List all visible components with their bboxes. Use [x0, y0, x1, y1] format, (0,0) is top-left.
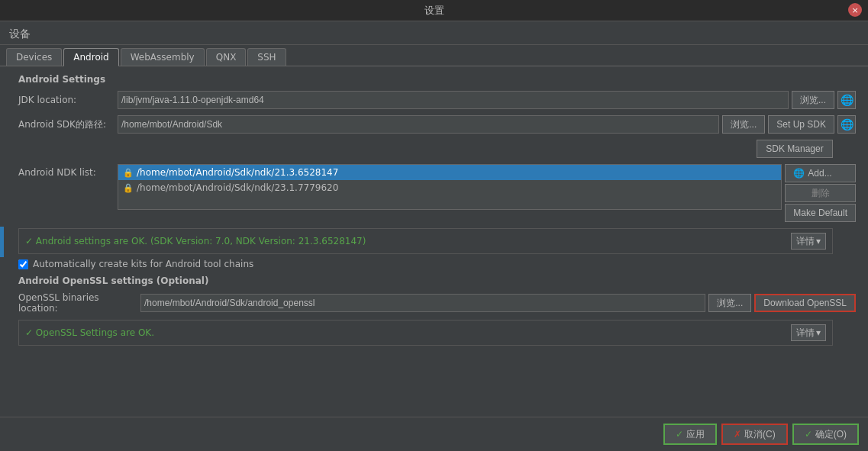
- ndk-add-button[interactable]: 🌐 Add...: [785, 164, 856, 182]
- ndk-add-globe-icon: 🌐: [793, 168, 805, 179]
- jdk-browse-button[interactable]: 浏览...: [792, 91, 834, 109]
- setup-sdk-button[interactable]: Set Up SDK: [768, 115, 834, 134]
- auto-create-checkbox[interactable]: [18, 259, 28, 269]
- ok-button[interactable]: ✓ 确定(O): [792, 424, 859, 445]
- openssl-row: OpenSSL binaries location: 浏览... Downloa…: [18, 292, 856, 314]
- openssl-details-button[interactable]: 详情 ▾: [791, 324, 826, 341]
- ndk-delete-button[interactable]: 删除: [785, 184, 856, 202]
- jdk-row: JDK location: 浏览... 🌐: [18, 91, 856, 109]
- apply-icon: ✓: [676, 429, 683, 440]
- tab-webassembly[interactable]: WebAssembly: [121, 48, 205, 66]
- sdk-browse-button[interactable]: 浏览...: [722, 115, 765, 134]
- ndk-label: Android NDK list:: [18, 164, 118, 178]
- ndk-section: Android NDK list: 🔒 /home/mbot/Android/S…: [18, 164, 856, 222]
- cancel-label: 取消(C): [744, 428, 776, 441]
- dialog-title: 设备: [9, 27, 31, 40]
- sdk-row: Android SDK的路径: 浏览... Set Up SDK 🌐: [18, 115, 856, 134]
- android-status-text: ✓ Android settings are OK. (SDK Version:…: [25, 236, 791, 246]
- openssl-status-row: ✓ OpenSSL Settings are OK. 详情 ▾: [18, 320, 833, 346]
- ndk-item-0[interactable]: 🔒 /home/mbot/Android/Sdk/ndk/21.3.652814…: [118, 165, 781, 180]
- openssl-section-title: Android OpenSSL settings (Optional): [18, 275, 856, 286]
- openssl-input[interactable]: [140, 294, 705, 312]
- apply-button[interactable]: ✓ 应用: [663, 424, 717, 445]
- openssl-status-text: ✓ OpenSSL Settings are OK.: [25, 327, 791, 338]
- download-openssl-button[interactable]: Download OpenSSL: [754, 294, 856, 312]
- ndk-item-path-0: /home/mbot/Android/Sdk/ndk/21.3.6528147: [137, 167, 338, 178]
- android-settings-title: Android Settings: [18, 74, 856, 85]
- left-indicator: [0, 227, 4, 257]
- tab-ssh[interactable]: SSH: [247, 48, 286, 66]
- tab-devices[interactable]: Devices: [6, 48, 62, 66]
- ndk-item-path-1: /home/mbot/Android/Sdk/ndk/23.1.7779620: [137, 182, 338, 193]
- auto-create-label: Automatically create kits for Android to…: [33, 259, 253, 269]
- ndk-default-button[interactable]: Make Default: [785, 204, 856, 222]
- tab-android[interactable]: Android: [63, 48, 118, 66]
- ndk-item-1[interactable]: 🔒 /home/mbot/Android/Sdk/ndk/23.1.777962…: [118, 180, 781, 195]
- ndk-buttons: 🌐 Add... 删除 Make Default: [785, 164, 856, 222]
- close-icon: ×: [851, 5, 858, 15]
- ok-label: 确定(O): [815, 428, 847, 441]
- jdk-label: JDK location:: [18, 95, 118, 105]
- dialog: 设备 Devices Android WebAssembly QNX SSH: [0, 21, 868, 451]
- cancel-icon: ✗: [734, 429, 741, 440]
- content-area: Android Settings JDK location: 浏览... 🌐 A…: [0, 66, 868, 417]
- apply-label: 应用: [686, 428, 705, 441]
- dialog-body: Devices Android WebAssembly QNX SSH Andr…: [0, 45, 868, 417]
- openssl-label: OpenSSL binaries location:: [18, 292, 140, 314]
- dialog-header: 设备: [0, 21, 868, 45]
- titlebar-title: 设置: [424, 4, 444, 18]
- jdk-input[interactable]: [118, 91, 789, 109]
- auto-create-row: Automatically create kits for Android to…: [18, 259, 856, 269]
- sdk-globe-button[interactable]: 🌐: [837, 115, 856, 134]
- sdk-manager-button[interactable]: SDK Manager: [757, 140, 833, 158]
- close-button[interactable]: ×: [848, 3, 862, 17]
- ndk-lock-icon-0: 🔒: [123, 168, 134, 178]
- ok-icon: ✓: [805, 429, 812, 440]
- openssl-browse-button[interactable]: 浏览...: [708, 294, 751, 312]
- dialog-footer: ✓ 应用 ✗ 取消(C) ✓ 确定(O): [0, 417, 868, 451]
- sdk-label: Android SDK的路径:: [18, 118, 118, 131]
- cancel-button[interactable]: ✗ 取消(C): [721, 424, 788, 445]
- android-details-button[interactable]: 详情 ▾: [791, 233, 826, 250]
- ndk-lock-icon-1: 🔒: [123, 183, 134, 193]
- android-status-row: ✓ Android settings are OK. (SDK Version:…: [18, 228, 833, 254]
- jdk-globe-button[interactable]: 🌐: [837, 91, 856, 109]
- sdk-input[interactable]: [118, 115, 719, 134]
- sdk-manager-row: SDK Manager: [18, 140, 856, 158]
- tab-qnx[interactable]: QNX: [206, 48, 247, 66]
- tabs-bar: Devices Android WebAssembly QNX SSH: [0, 45, 868, 66]
- ndk-list: 🔒 /home/mbot/Android/Sdk/ndk/21.3.652814…: [118, 164, 782, 210]
- titlebar: 设置 ×: [0, 0, 868, 21]
